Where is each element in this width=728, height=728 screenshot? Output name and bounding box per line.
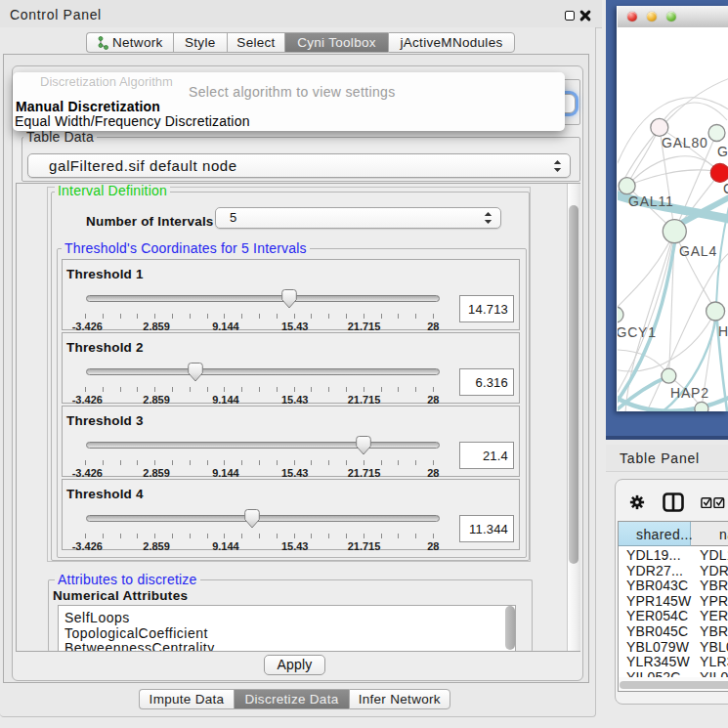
svg-text:GA: GA — [717, 144, 728, 159]
svg-text:C: C — [723, 181, 728, 196]
svg-text:HAP2: HAP2 — [670, 385, 709, 401]
svg-text:GAL4: GAL4 — [679, 243, 717, 259]
svg-text:GAL11: GAL11 — [628, 193, 674, 209]
svg-text:H: H — [718, 323, 728, 339]
svg-text:GAL80: GAL80 — [662, 135, 708, 150]
svg-text:GCY1: GCY1 — [618, 324, 657, 340]
